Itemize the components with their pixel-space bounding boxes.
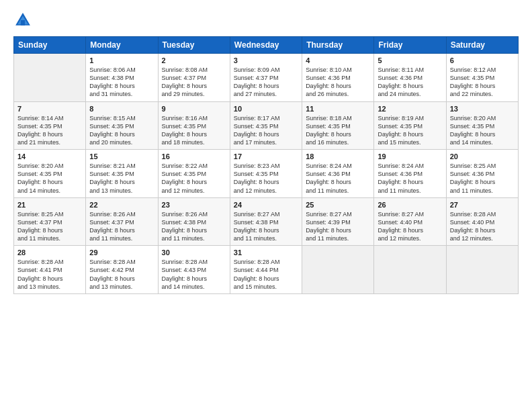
day-info: Sunrise: 8:06 AM Sunset: 4:38 PM Dayligh… <box>89 66 154 99</box>
svg-rect-2 <box>21 20 25 26</box>
header <box>13 11 519 30</box>
calendar-cell: 8Sunrise: 8:15 AM Sunset: 4:35 PM Daylig… <box>86 101 158 150</box>
day-number: 16 <box>162 152 226 161</box>
calendar-cell: 4Sunrise: 8:10 AM Sunset: 4:36 PM Daylig… <box>302 54 374 102</box>
day-number: 3 <box>234 56 298 64</box>
calendar-cell: 7Sunrise: 8:14 AM Sunset: 4:35 PM Daylig… <box>14 101 86 150</box>
calendar-cell: 26Sunrise: 8:27 AM Sunset: 4:40 PM Dayli… <box>374 197 446 246</box>
calendar-cell: 27Sunrise: 8:28 AM Sunset: 4:40 PM Dayli… <box>446 197 518 246</box>
day-number: 1 <box>89 56 154 64</box>
day-info: Sunrise: 8:18 AM Sunset: 4:35 PM Dayligh… <box>306 114 370 147</box>
day-number: 21 <box>17 201 82 209</box>
day-info: Sunrise: 8:27 AM Sunset: 4:38 PM Dayligh… <box>234 210 298 243</box>
calendar-cell: 31Sunrise: 8:28 AM Sunset: 4:44 PM Dayli… <box>230 246 302 294</box>
day-info: Sunrise: 8:22 AM Sunset: 4:35 PM Dayligh… <box>162 162 226 195</box>
day-info: Sunrise: 8:15 AM Sunset: 4:35 PM Dayligh… <box>89 114 154 147</box>
day-number: 28 <box>17 248 82 257</box>
calendar-cell: 18Sunrise: 8:24 AM Sunset: 4:36 PM Dayli… <box>302 150 374 198</box>
calendar-cell: 3Sunrise: 8:09 AM Sunset: 4:37 PM Daylig… <box>230 54 302 102</box>
calendar-cell: 25Sunrise: 8:27 AM Sunset: 4:39 PM Dayli… <box>302 197 374 246</box>
calendar-cell: 2Sunrise: 8:08 AM Sunset: 4:37 PM Daylig… <box>158 54 230 102</box>
day-number: 26 <box>378 201 442 209</box>
day-info: Sunrise: 8:26 AM Sunset: 4:38 PM Dayligh… <box>162 210 226 243</box>
calendar-cell: 20Sunrise: 8:25 AM Sunset: 4:36 PM Dayli… <box>446 150 518 198</box>
calendar-cell: 11Sunrise: 8:18 AM Sunset: 4:35 PM Dayli… <box>302 101 374 150</box>
day-number: 19 <box>378 152 442 161</box>
day-info: Sunrise: 8:28 AM Sunset: 4:43 PM Dayligh… <box>162 258 226 291</box>
calendar-cell: 24Sunrise: 8:27 AM Sunset: 4:38 PM Dayli… <box>230 197 302 246</box>
calendar-cell: 29Sunrise: 8:28 AM Sunset: 4:42 PM Dayli… <box>86 246 158 294</box>
calendar-cell: 21Sunrise: 8:25 AM Sunset: 4:37 PM Dayli… <box>14 197 86 246</box>
weekday-header-wednesday: Wednesday <box>230 37 302 54</box>
day-number: 24 <box>234 201 298 209</box>
day-number: 5 <box>378 56 442 64</box>
calendar-cell: 5Sunrise: 8:11 AM Sunset: 4:36 PM Daylig… <box>374 54 446 102</box>
calendar-cell <box>302 246 374 294</box>
calendar-cell <box>14 54 86 102</box>
day-number: 9 <box>162 105 226 113</box>
day-number: 8 <box>89 105 154 113</box>
calendar-cell: 12Sunrise: 8:19 AM Sunset: 4:35 PM Dayli… <box>374 101 446 150</box>
day-info: Sunrise: 8:12 AM Sunset: 4:35 PM Dayligh… <box>450 66 515 99</box>
day-info: Sunrise: 8:27 AM Sunset: 4:39 PM Dayligh… <box>306 210 370 243</box>
day-info: Sunrise: 8:10 AM Sunset: 4:36 PM Dayligh… <box>306 66 370 99</box>
calendar-cell: 19Sunrise: 8:24 AM Sunset: 4:36 PM Dayli… <box>374 150 446 198</box>
weekday-header-monday: Monday <box>86 37 158 54</box>
day-info: Sunrise: 8:16 AM Sunset: 4:35 PM Dayligh… <box>162 114 226 147</box>
day-info: Sunrise: 8:27 AM Sunset: 4:40 PM Dayligh… <box>378 210 442 243</box>
calendar-cell: 17Sunrise: 8:23 AM Sunset: 4:35 PM Dayli… <box>230 150 302 198</box>
weekday-header-saturday: Saturday <box>446 37 518 54</box>
weekday-header-thursday: Thursday <box>302 37 374 54</box>
calendar-cell: 14Sunrise: 8:20 AM Sunset: 4:35 PM Dayli… <box>14 150 86 198</box>
day-info: Sunrise: 8:09 AM Sunset: 4:37 PM Dayligh… <box>234 66 298 99</box>
day-number: 17 <box>234 152 298 161</box>
calendar-cell: 13Sunrise: 8:20 AM Sunset: 4:35 PM Dayli… <box>446 101 518 150</box>
calendar-cell: 16Sunrise: 8:22 AM Sunset: 4:35 PM Dayli… <box>158 150 230 198</box>
day-number: 6 <box>450 56 515 64</box>
day-info: Sunrise: 8:24 AM Sunset: 4:36 PM Dayligh… <box>378 162 442 195</box>
calendar-cell: 28Sunrise: 8:28 AM Sunset: 4:41 PM Dayli… <box>14 246 86 294</box>
calendar-cell: 10Sunrise: 8:17 AM Sunset: 4:35 PM Dayli… <box>230 101 302 150</box>
day-number: 31 <box>234 248 298 257</box>
calendar-cell: 22Sunrise: 8:26 AM Sunset: 4:37 PM Dayli… <box>86 197 158 246</box>
day-info: Sunrise: 8:17 AM Sunset: 4:35 PM Dayligh… <box>234 114 298 147</box>
calendar-cell: 15Sunrise: 8:21 AM Sunset: 4:35 PM Dayli… <box>86 150 158 198</box>
day-number: 12 <box>378 105 442 113</box>
calendar-week-row: 1Sunrise: 8:06 AM Sunset: 4:38 PM Daylig… <box>14 54 519 102</box>
calendar-table: SundayMondayTuesdayWednesdayThursdayFrid… <box>13 36 519 294</box>
calendar-cell: 6Sunrise: 8:12 AM Sunset: 4:35 PM Daylig… <box>446 54 518 102</box>
day-info: Sunrise: 8:24 AM Sunset: 4:36 PM Dayligh… <box>306 162 370 195</box>
day-number: 25 <box>306 201 370 209</box>
calendar-cell: 30Sunrise: 8:28 AM Sunset: 4:43 PM Dayli… <box>158 246 230 294</box>
day-info: Sunrise: 8:28 AM Sunset: 4:41 PM Dayligh… <box>17 258 82 291</box>
day-number: 23 <box>162 201 226 209</box>
day-number: 4 <box>306 56 370 64</box>
calendar-cell: 23Sunrise: 8:26 AM Sunset: 4:38 PM Dayli… <box>158 197 230 246</box>
day-number: 10 <box>234 105 298 113</box>
weekday-header-friday: Friday <box>374 37 446 54</box>
day-number: 30 <box>162 248 226 257</box>
day-number: 18 <box>306 152 370 161</box>
calendar-header-row: SundayMondayTuesdayWednesdayThursdayFrid… <box>14 37 519 54</box>
day-info: Sunrise: 8:23 AM Sunset: 4:35 PM Dayligh… <box>234 162 298 195</box>
day-info: Sunrise: 8:08 AM Sunset: 4:37 PM Dayligh… <box>162 66 226 99</box>
calendar-cell: 1Sunrise: 8:06 AM Sunset: 4:38 PM Daylig… <box>86 54 158 102</box>
day-info: Sunrise: 8:14 AM Sunset: 4:35 PM Dayligh… <box>17 114 82 147</box>
day-number: 14 <box>17 152 82 161</box>
day-number: 11 <box>306 105 370 113</box>
day-number: 20 <box>450 152 515 161</box>
day-info: Sunrise: 8:28 AM Sunset: 4:42 PM Dayligh… <box>89 258 154 291</box>
calendar-cell <box>374 246 446 294</box>
calendar-cell <box>446 246 518 294</box>
calendar-week-row: 7Sunrise: 8:14 AM Sunset: 4:35 PM Daylig… <box>14 101 519 150</box>
weekday-header-sunday: Sunday <box>14 37 86 54</box>
day-info: Sunrise: 8:28 AM Sunset: 4:40 PM Dayligh… <box>450 210 515 243</box>
calendar-cell: 9Sunrise: 8:16 AM Sunset: 4:35 PM Daylig… <box>158 101 230 150</box>
day-info: Sunrise: 8:21 AM Sunset: 4:35 PM Dayligh… <box>89 162 154 195</box>
calendar-week-row: 14Sunrise: 8:20 AM Sunset: 4:35 PM Dayli… <box>14 150 519 198</box>
day-info: Sunrise: 8:20 AM Sunset: 4:35 PM Dayligh… <box>17 162 82 195</box>
day-number: 15 <box>89 152 154 161</box>
day-info: Sunrise: 8:26 AM Sunset: 4:37 PM Dayligh… <box>89 210 154 243</box>
day-info: Sunrise: 8:28 AM Sunset: 4:44 PM Dayligh… <box>234 258 298 291</box>
page: SundayMondayTuesdayWednesdayThursdayFrid… <box>0 0 532 411</box>
